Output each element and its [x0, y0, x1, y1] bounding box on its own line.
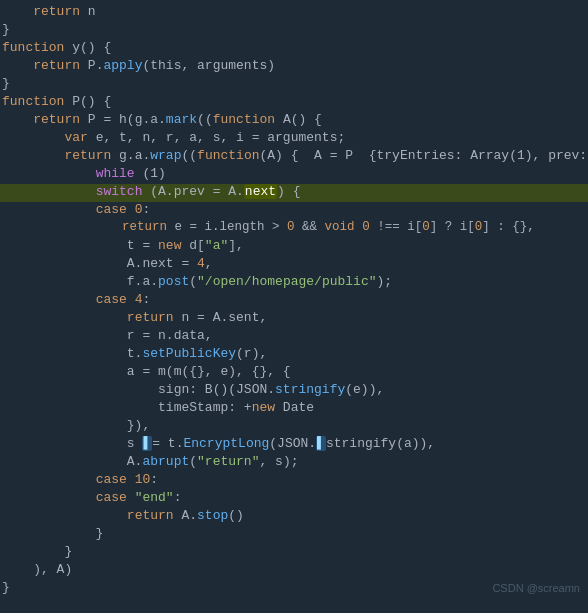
- code-line: t = new d["a"],: [0, 238, 588, 256]
- code-line-highlighted: switch (A.prev = A.next) {: [0, 184, 588, 202]
- code-line: }: [0, 22, 588, 40]
- code-line: case 4:: [0, 292, 588, 310]
- code-line: return n = A.sent,: [0, 310, 588, 328]
- code-line: f.a.post("/open/homepage/public");: [0, 274, 588, 292]
- code-line: function y() {: [0, 40, 588, 58]
- code-line: case "end":: [0, 490, 588, 508]
- code-line: return P = h(g.a.mark((function A() {: [0, 112, 588, 130]
- code-line: }: [0, 76, 588, 94]
- code-line: sign: B()(JSON.stringify(e)),: [0, 382, 588, 400]
- code-line: s ▌= t.EncryptLong(JSON.▌stringify(a)),: [0, 436, 588, 454]
- code-line: a = m(m({}, e), {}, {: [0, 364, 588, 382]
- code-line: case 10:: [0, 472, 588, 490]
- code-line: return e = i.length > 0 && void 0 !== i[…: [0, 220, 588, 238]
- code-line: }: [0, 544, 588, 562]
- code-line: return n: [0, 4, 588, 22]
- code-line: A.next = 4,: [0, 256, 588, 274]
- code-line: case 0:: [0, 202, 588, 220]
- code-line: A.abrupt("return", s);: [0, 454, 588, 472]
- code-line: var e, t, n, r, a, s, i = arguments;: [0, 130, 588, 148]
- code-line: return A.stop(): [0, 508, 588, 526]
- code-line: return g.a.wrap((function(A) { A = P {tr…: [0, 148, 588, 166]
- code-line: }),: [0, 418, 588, 436]
- code-line: t.setPublicKey(r),: [0, 346, 588, 364]
- watermark: CSDN @screamn: [492, 582, 580, 594]
- code-line: }: [0, 526, 588, 544]
- code-line: function P() {: [0, 94, 588, 112]
- code-line: while (1): [0, 166, 588, 184]
- code-line: timeStamp: +new Date: [0, 400, 588, 418]
- code-editor: return n } function y() { return P.apply…: [0, 0, 588, 602]
- code-line: r = n.data,: [0, 328, 588, 346]
- code-line: ), A): [0, 562, 588, 580]
- code-line: return P.apply(this, arguments): [0, 58, 588, 76]
